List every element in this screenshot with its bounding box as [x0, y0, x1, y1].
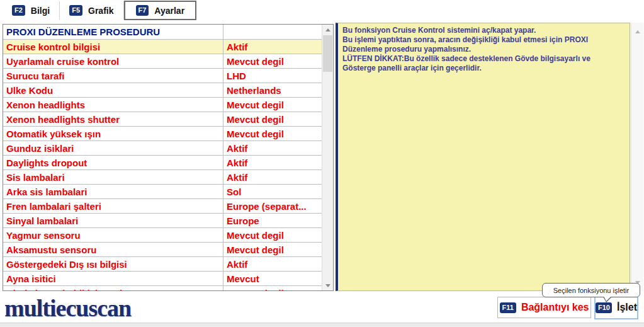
table-row[interactable]: Uyarlamalı cruise kontrolMevcut degil: [3, 54, 322, 69]
bottom-status-strip: [0, 323, 644, 327]
table-row[interactable]: Surucu tarafiLHD: [3, 69, 322, 83]
table-row[interactable]: Xenon headlights shutterMevcut degil: [3, 112, 322, 127]
tab-label: Bilgi: [31, 6, 50, 16]
table-row[interactable]: Xenon headlightsMevcut degil: [3, 98, 322, 112]
row-label: Surucu tarafi: [3, 69, 223, 83]
row-label: Xenon headlights: [3, 98, 223, 112]
table-scrollbar-thumb[interactable]: [323, 35, 332, 72]
table-row[interactable]: Ulke KoduNetherlands: [3, 83, 322, 98]
fkey-badge: F5: [69, 5, 82, 16]
row-label: Otomatik yüksek ışın: [3, 127, 223, 141]
table-header-title: PROXI DÜZENLEME PROSEDURU: [3, 25, 223, 39]
row-value: Mevcut degil: [223, 98, 322, 112]
row-label: Sis lambalari: [3, 170, 223, 184]
panel-scroll-up-icon[interactable]: [631, 26, 643, 37]
row-value: Europe (separat...: [223, 199, 322, 213]
scroll-up-icon[interactable]: [322, 25, 333, 35]
execute-button[interactable]: F10 İşlet: [594, 295, 638, 319]
table-row[interactable]: Sis lambalariAktif: [3, 170, 322, 185]
row-value: LHD: [223, 69, 322, 83]
row-value: Aktif: [223, 156, 322, 169]
function-description-panel: Bu fonksiyon Cruise Kontrol sistemini aç…: [336, 23, 630, 291]
proxi-table-content: PROXI DÜZENLEME PROSEDURU Cruise kontrol…: [3, 25, 322, 290]
info-line: LÜTFEN DİKKAT:Bu özellik sadece destekle…: [342, 54, 624, 73]
row-value: Aktif: [223, 141, 322, 155]
row-label: Xenon headlights shutter: [3, 112, 223, 126]
row-value: Mevcut degil: [223, 127, 322, 141]
row-label: Sinyal lambalari: [3, 214, 223, 227]
table-row[interactable]: Direksiyon simidi isitmesiMevcut degil: [3, 286, 322, 290]
fkey-badge: F2: [12, 5, 25, 16]
row-value: Mevcut degil: [223, 286, 322, 290]
row-label: Arka sis lambalari: [3, 185, 223, 198]
row-value: Mevcut: [223, 272, 322, 285]
info-line: Bu işlemi yaptıktan sonra, aracın değişi…: [342, 35, 624, 54]
info-text: Bu fonksiyon Cruise Kontrol sistemini aç…: [342, 26, 624, 73]
row-label: Daylights dropout: [3, 156, 223, 169]
row-label: Yagmur sensoru: [3, 228, 223, 242]
scroll-down-icon[interactable]: [322, 280, 333, 290]
multiecuscan-window: F2BilgiF5GrafikF7Ayarlar PROXI DÜZENLEME…: [0, 0, 644, 327]
f11-key-badge: F11: [500, 302, 516, 313]
row-value: Netherlands: [223, 83, 322, 97]
row-label: Aksamustu sensoru: [3, 243, 223, 256]
table-header-row: PROXI DÜZENLEME PROSEDURU: [3, 25, 322, 40]
table-row[interactable]: Fren lambalari şalteriEurope (separat...: [3, 199, 322, 214]
row-label: Ulke Kodu: [3, 83, 223, 97]
row-value: Mevcut degil: [223, 228, 322, 242]
table-row[interactable]: Aksamustu sensoruMevcut degil: [3, 243, 322, 257]
info-line: Bu fonksiyon Cruise Kontrol sistemini aç…: [342, 26, 624, 35]
row-label: Cruise kontrol bilgisi: [3, 40, 223, 54]
proxi-table-body: Cruise kontrol bilgisiAktifUyarlamalı cr…: [3, 40, 322, 290]
row-label: Ayna isitici: [3, 272, 223, 285]
disconnect-button[interactable]: F11 Bağlantıyı kes: [497, 297, 591, 318]
row-value: Aktif: [223, 170, 322, 184]
table-scrollbar[interactable]: [322, 25, 333, 290]
table-row[interactable]: Göstergedeki Dış ısı bilgisiAktif: [3, 257, 322, 272]
f10-key-badge: F10: [596, 302, 612, 313]
row-value: Aktif: [223, 257, 322, 271]
row-value: Aktif: [223, 40, 322, 54]
multiecuscan-logo: multiecuscan: [4, 294, 131, 322]
table-row[interactable]: Otomatik yüksek ışınMevcut degil: [3, 127, 322, 141]
table-header-value-col: [223, 25, 322, 39]
row-value: Europe: [223, 214, 322, 227]
row-value: Mevcut degil: [223, 112, 322, 126]
triangle-up-icon: [325, 28, 330, 32]
table-row[interactable]: Yagmur sensoruMevcut degil: [3, 228, 322, 243]
table-row[interactable]: Gunduz isiklariAktif: [3, 141, 322, 156]
panel-scrollbar[interactable]: [631, 23, 643, 291]
table-row[interactable]: Ayna isiticiMevcut: [3, 272, 322, 286]
row-label: Göstergedeki Dış ısı bilgisi: [3, 257, 223, 271]
tab-bilgi[interactable]: F2Bilgi: [3, 1, 60, 20]
tab-label: Ayarlar: [154, 6, 184, 16]
table-row[interactable]: Sinyal lambalariEurope: [3, 214, 322, 228]
row-value: Sol: [223, 185, 322, 198]
table-row[interactable]: Arka sis lambalariSol: [3, 185, 322, 199]
table-row[interactable]: Cruise kontrol bilgisiAktif: [3, 40, 322, 54]
disconnect-button-label: Bağlantıyı kes: [521, 302, 589, 313]
row-label: Uyarlamalı cruise kontrol: [3, 54, 223, 68]
tab-grafik[interactable]: F5Grafik: [60, 1, 123, 20]
proxi-table: PROXI DÜZENLEME PROSEDURU Cruise kontrol…: [3, 24, 334, 291]
tab-label: Grafik: [88, 6, 113, 16]
tab-ayarlar[interactable]: F7Ayarlar: [124, 1, 197, 20]
tab-bar: F2BilgiF5GrafikF7Ayarlar: [0, 0, 644, 21]
row-value: Mevcut degil: [223, 243, 322, 256]
table-row[interactable]: Daylights dropoutAktif: [3, 156, 322, 170]
row-label: Direksiyon simidi isitmesi: [3, 286, 223, 290]
execute-tooltip: Seçilen fonksiyonu işletir: [542, 283, 640, 297]
row-label: Gunduz isiklari: [3, 141, 223, 155]
triangle-up-icon: [635, 30, 640, 33]
triangle-down-icon: [325, 284, 330, 287]
row-value: Mevcut degil: [223, 54, 322, 68]
execute-button-label: İşlet: [617, 302, 637, 313]
row-label: Fren lambalari şalteri: [3, 199, 223, 213]
fkey-badge: F7: [136, 5, 149, 16]
